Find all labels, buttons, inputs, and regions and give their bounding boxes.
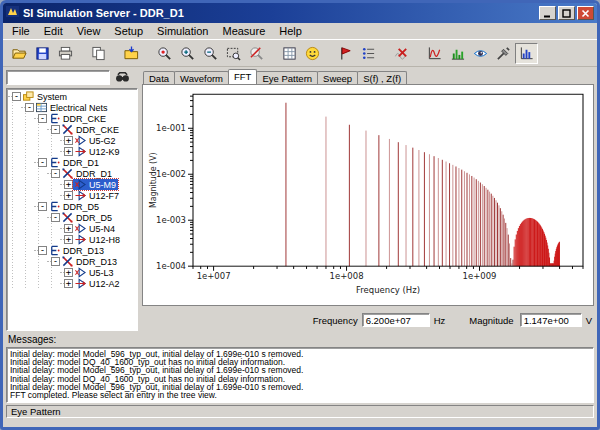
tree-expander[interactable]: +: [64, 224, 73, 233]
tree-item-electrical-nets[interactable]: -Electrical Nets: [8, 102, 136, 113]
histogram-button[interactable]: [515, 43, 538, 64]
driver-icon: [73, 223, 87, 234]
tree-expander[interactable]: -: [51, 257, 60, 266]
tree-expander[interactable]: -: [38, 202, 47, 211]
tree-item-ddr-cke[interactable]: -DDR_CKE: [8, 113, 136, 124]
zoom-off-button[interactable]: [245, 43, 268, 64]
tree-expander[interactable]: -: [12, 92, 21, 101]
tree-expander[interactable]: -: [38, 246, 47, 255]
eye-button[interactable]: [469, 43, 492, 64]
tree-expander[interactable]: +: [64, 191, 73, 200]
tree-item-label: DDR_D1: [61, 158, 101, 168]
svg-text:Magnitude (V): Magnitude (V): [148, 152, 158, 208]
tree-item-label: U5-L3: [87, 268, 116, 278]
svg-text:1e-003: 1e-003: [156, 215, 186, 225]
tree-filter-input[interactable]: [6, 70, 110, 85]
cursor-readout: Frequency 6.200e+07 Hz Magnitude 1.147e+…: [142, 306, 594, 331]
tab-eye-pattern[interactable]: Eye Pattern: [256, 71, 318, 84]
tree-item-u5-m9[interactable]: +U5-M9: [8, 179, 136, 190]
messages-box[interactable]: Initial delay: model Model_596_typ_out, …: [6, 347, 594, 403]
smiley-button[interactable]: [301, 43, 324, 64]
save-button[interactable]: [31, 43, 54, 64]
tree-item-u12-a2[interactable]: +U12-A2: [8, 278, 136, 289]
tree-item-ddr-cke[interactable]: -DDR_CKE: [8, 124, 136, 135]
close-button[interactable]: [577, 6, 594, 20]
zoom-in-button[interactable]: [176, 43, 199, 64]
zoom-out-button[interactable]: [199, 43, 222, 64]
tree-item-u5-g2[interactable]: +U5-G2: [8, 135, 136, 146]
nets-icon: [34, 102, 48, 113]
tab-sweep[interactable]: Sweep: [317, 71, 358, 84]
tree-expander[interactable]: +: [64, 136, 73, 145]
tab-fft[interactable]: FFT: [228, 69, 257, 84]
menu-view[interactable]: View: [70, 24, 108, 38]
binoculars-icon[interactable]: [114, 70, 130, 84]
tree-item-ddr-d1[interactable]: -DDR_D1: [8, 157, 136, 168]
menu-help[interactable]: Help: [272, 24, 309, 38]
tree-item-ddr-d13[interactable]: -DDR_D13: [8, 256, 136, 267]
tree-expander[interactable]: +: [64, 147, 73, 156]
app-icon: [6, 4, 19, 22]
tree-expander[interactable]: +: [64, 235, 73, 244]
waveform-button[interactable]: [423, 43, 446, 64]
copy-button[interactable]: [87, 43, 110, 64]
tree-item-u5-l3[interactable]: +U5-L3: [8, 267, 136, 278]
tree-item-ddr-d1[interactable]: -DDR_D1: [8, 168, 136, 179]
tab-waveform[interactable]: Waveform: [174, 71, 229, 84]
spectrum-button[interactable]: [446, 43, 469, 64]
tree-item-u12-f7[interactable]: +U12-F7: [8, 190, 136, 201]
tree-item-u5-n4[interactable]: +U5-N4: [8, 223, 136, 234]
tree-item-ddr-d5[interactable]: -DDR_D5: [8, 212, 136, 223]
tree-expander[interactable]: +: [64, 268, 73, 277]
menu-simulation[interactable]: Simulation: [150, 24, 215, 38]
zoom-in-icon: [180, 46, 195, 61]
probe-button[interactable]: [492, 43, 515, 64]
tree-expander[interactable]: -: [38, 158, 47, 167]
tree-item-label: U5-N4: [87, 224, 117, 234]
tree-expander[interactable]: +: [64, 279, 73, 288]
open-button[interactable]: [8, 43, 31, 64]
menu-edit[interactable]: Edit: [37, 24, 70, 38]
titlebar[interactable]: SI Simulation Server - DDR_D1: [3, 3, 597, 23]
import-button[interactable]: [120, 43, 143, 64]
zoom-window-button[interactable]: [222, 43, 245, 64]
tree-expander[interactable]: +: [64, 180, 73, 189]
tree-expander[interactable]: -: [25, 103, 34, 112]
xnet-icon: [60, 168, 74, 179]
toolbar: [3, 39, 597, 67]
tree-item-ddr-d13[interactable]: -DDR_D13: [8, 245, 136, 256]
tab-data[interactable]: Data: [143, 71, 175, 84]
tree-item-u12-k9[interactable]: +U12-K9: [8, 146, 136, 157]
svg-text:1e-004: 1e-004: [156, 261, 186, 271]
driver-icon: [73, 267, 87, 278]
tree-expander[interactable]: -: [51, 125, 60, 134]
tree-item-ddr-d5[interactable]: -DDR_D5: [8, 201, 136, 212]
print-button[interactable]: [54, 43, 77, 64]
tree-expander[interactable]: -: [51, 213, 60, 222]
tree-expander[interactable]: -: [38, 114, 47, 123]
tab-s-f-z-f[interactable]: S(f) , Z(f): [357, 71, 407, 84]
tree-expander[interactable]: -: [51, 169, 60, 178]
waveform-icon: [427, 46, 442, 61]
xnet-icon: [60, 212, 74, 223]
tree-item-u12-h8[interactable]: +U12-H8: [8, 234, 136, 245]
menu-measure[interactable]: Measure: [215, 24, 272, 38]
terminate-button[interactable]: [390, 43, 413, 64]
tree-view[interactable]: -System-Electrical Nets-DDR_CKE-DDR_CKE+…: [6, 88, 138, 331]
zoom-reset-button[interactable]: [153, 43, 176, 64]
fft-chart[interactable]: 1e+0071e+0081e+0091e-0011e-0021e-0031e-0…: [143, 85, 593, 305]
minimize-button[interactable]: [539, 6, 556, 20]
options-button[interactable]: [357, 43, 380, 64]
menu-setup[interactable]: Setup: [107, 24, 150, 38]
window-title: SI Simulation Server - DDR_D1: [23, 7, 535, 19]
svg-text:1e-001: 1e-001: [156, 123, 186, 133]
menu-file[interactable]: File: [5, 24, 37, 38]
eye-icon: [473, 46, 488, 61]
run-button[interactable]: [334, 43, 357, 64]
tree-item-label: DDR_D13: [74, 257, 119, 267]
maximize-button[interactable]: [558, 6, 575, 20]
menu-bar: FileEditViewSetupSimulationMeasureHelp: [3, 23, 597, 39]
svg-text:1e+009: 1e+009: [463, 271, 497, 281]
report-button[interactable]: [278, 43, 301, 64]
tree-item-system[interactable]: -System: [8, 91, 136, 102]
